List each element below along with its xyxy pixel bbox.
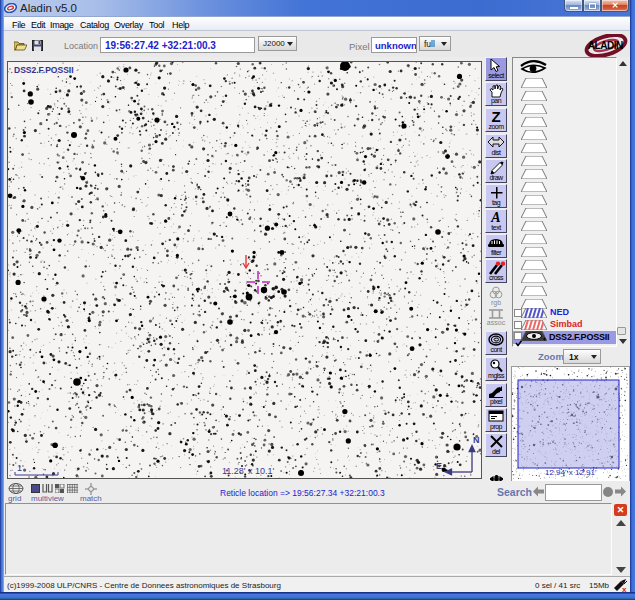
svg-text:N: N [473,435,480,445]
svg-text:1': 1' [17,463,24,473]
svg-text:x: x [622,585,627,592]
svg-text:E: E [436,461,442,471]
svg-text:12.94' x 12.91': 12.94' x 12.91' [545,468,597,477]
svg-text:11.28' x 10.1': 11.28' x 10.1' [222,466,275,476]
svg-text:ALADIN: ALADIN [588,40,623,51]
svg-text:DSS2.F.POSSII: DSS2.F.POSSII [14,65,74,75]
